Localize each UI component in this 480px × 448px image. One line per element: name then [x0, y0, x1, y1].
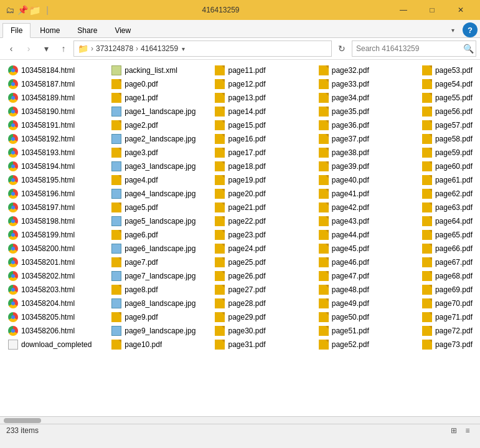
list-item[interactable]: page29.pdf	[212, 310, 315, 324]
search-input[interactable]	[352, 41, 476, 57]
list-item[interactable]: page64.pdf	[419, 214, 475, 228]
list-item[interactable]: page31.pdf	[212, 338, 315, 351]
list-item[interactable]: 103458187.html	[5, 77, 108, 91]
list-item[interactable]: page65.pdf	[419, 228, 475, 242]
list-item[interactable]: page4.pdf	[108, 173, 212, 187]
list-item[interactable]: page24.pdf	[212, 242, 315, 255]
list-item[interactable]: page9.pdf	[108, 310, 212, 324]
list-item[interactable]: page45.pdf	[316, 242, 419, 255]
tab-view[interactable]: View	[106, 23, 139, 37]
search-button[interactable]: 🔍	[463, 44, 474, 54]
list-item[interactable]: page43.pdf	[316, 214, 419, 228]
scroll-thumb[interactable]	[4, 418, 41, 423]
list-item[interactable]: page69.pdf	[419, 283, 475, 297]
list-item[interactable]: 103458191.html	[5, 118, 108, 132]
help-button[interactable]: ?	[463, 22, 478, 37]
list-item[interactable]: page71.pdf	[419, 310, 475, 324]
list-item[interactable]: page23.pdf	[212, 228, 315, 242]
list-item[interactable]: page38.pdf	[316, 146, 419, 160]
list-item[interactable]: page10.pdf	[108, 338, 212, 351]
list-view-button[interactable]: ≡	[461, 424, 474, 437]
list-item[interactable]: page27.pdf	[212, 283, 315, 297]
list-item[interactable]: page70.pdf	[419, 297, 475, 310]
file-list[interactable]: 103458184.html 103458187.html 103458189.…	[0, 60, 480, 416]
list-item[interactable]: page5_landscape.jpg	[108, 214, 212, 228]
list-item[interactable]: page58.pdf	[419, 132, 475, 146]
list-item[interactable]: 103458195.html	[5, 173, 108, 187]
tab-file[interactable]: File	[2, 23, 31, 38]
list-item[interactable]: page67.pdf	[419, 255, 475, 269]
list-item[interactable]: page2_landscape.jpg	[108, 132, 212, 146]
list-item[interactable]: page21.pdf	[212, 201, 315, 214]
list-item[interactable]: page1_landscape.jpg	[108, 105, 212, 118]
list-item[interactable]: page72.pdf	[419, 324, 475, 338]
list-item[interactable]: 103458202.html	[5, 269, 108, 283]
list-item[interactable]: 103458192.html	[5, 132, 108, 146]
list-item[interactable]: page68.pdf	[419, 269, 475, 283]
minimize-button[interactable]: —	[389, 0, 418, 20]
list-item[interactable]: page12.pdf	[212, 77, 315, 91]
list-item[interactable]: page6.pdf	[108, 228, 212, 242]
list-item[interactable]: page52.pdf	[316, 338, 419, 351]
list-item[interactable]: page11.pdf	[212, 64, 315, 77]
tab-home[interactable]: Home	[32, 23, 68, 37]
list-item[interactable]: page7.pdf	[108, 255, 212, 269]
list-item[interactable]: page18.pdf	[212, 160, 315, 173]
ribbon-expand-icon[interactable]: ▾	[445, 23, 460, 37]
list-item[interactable]: page57.pdf	[419, 118, 475, 132]
list-item[interactable]: page53.pdf	[419, 64, 475, 77]
list-item[interactable]: page42.pdf	[316, 201, 419, 214]
maximize-button[interactable]: □	[418, 0, 446, 20]
list-item[interactable]: page46.pdf	[316, 255, 419, 269]
list-item[interactable]: page60.pdf	[419, 160, 475, 173]
list-item[interactable]: page16.pdf	[212, 132, 315, 146]
list-item[interactable]: page8_landscape.jpg	[108, 297, 212, 310]
horizontal-scrollbar[interactable]	[0, 416, 480, 424]
list-item[interactable]: page3.pdf	[108, 146, 212, 160]
list-item[interactable]: 103458189.html	[5, 91, 108, 105]
list-item[interactable]: 103458184.html	[5, 64, 108, 77]
list-item[interactable]: page40.pdf	[316, 173, 419, 187]
list-item[interactable]: download_completed	[5, 338, 108, 351]
list-item[interactable]: page36.pdf	[316, 118, 419, 132]
refresh-button[interactable]: ↻	[334, 41, 349, 56]
list-item[interactable]: 103458201.html	[5, 255, 108, 269]
list-item[interactable]: 103458196.html	[5, 187, 108, 201]
list-item[interactable]: page17.pdf	[212, 146, 315, 160]
list-item[interactable]: page15.pdf	[212, 118, 315, 132]
list-item[interactable]: page66.pdf	[419, 242, 475, 255]
list-item[interactable]: page4_landscape.jpg	[108, 187, 212, 201]
list-item[interactable]: page49.pdf	[316, 297, 419, 310]
list-item[interactable]: 103458197.html	[5, 201, 108, 214]
list-item[interactable]: 103458190.html	[5, 105, 108, 118]
list-item[interactable]: page8.pdf	[108, 283, 212, 297]
list-item[interactable]: page41.pdf	[316, 187, 419, 201]
list-item[interactable]: page9_landscape.jpg	[108, 324, 212, 338]
list-item[interactable]: page47.pdf	[316, 269, 419, 283]
address-path[interactable]: 📁 › 373124878 › 416413259 ▾	[73, 41, 332, 57]
list-item[interactable]: 103458203.html	[5, 283, 108, 297]
list-item[interactable]: page34.pdf	[316, 91, 419, 105]
list-item[interactable]: packing_list.xml	[108, 64, 212, 77]
list-item[interactable]: 103458199.html	[5, 228, 108, 242]
list-item[interactable]: page19.pdf	[212, 173, 315, 187]
list-item[interactable]: page62.pdf	[419, 187, 475, 201]
up-button[interactable]: ↑	[56, 41, 71, 56]
list-item[interactable]: 103458198.html	[5, 214, 108, 228]
list-item[interactable]: page59.pdf	[419, 146, 475, 160]
forward-button[interactable]: ›	[21, 41, 36, 56]
list-item[interactable]: 103458205.html	[5, 310, 108, 324]
list-item[interactable]: page63.pdf	[419, 201, 475, 214]
list-item[interactable]: page20.pdf	[212, 187, 315, 201]
list-item[interactable]: page22.pdf	[212, 214, 315, 228]
dropdown-recent-button[interactable]: ▾	[39, 41, 54, 56]
list-item[interactable]: page13.pdf	[212, 91, 315, 105]
grid-view-button[interactable]: ⊞	[448, 424, 460, 437]
list-item[interactable]: page37.pdf	[316, 132, 419, 146]
list-item[interactable]: page2.pdf	[108, 118, 212, 132]
list-item[interactable]: page14.pdf	[212, 105, 315, 118]
list-item[interactable]: page54.pdf	[419, 77, 475, 91]
list-item[interactable]: page5.pdf	[108, 201, 212, 214]
path-current[interactable]: 416413259	[141, 44, 178, 53]
list-item[interactable]: 103458204.html	[5, 297, 108, 310]
